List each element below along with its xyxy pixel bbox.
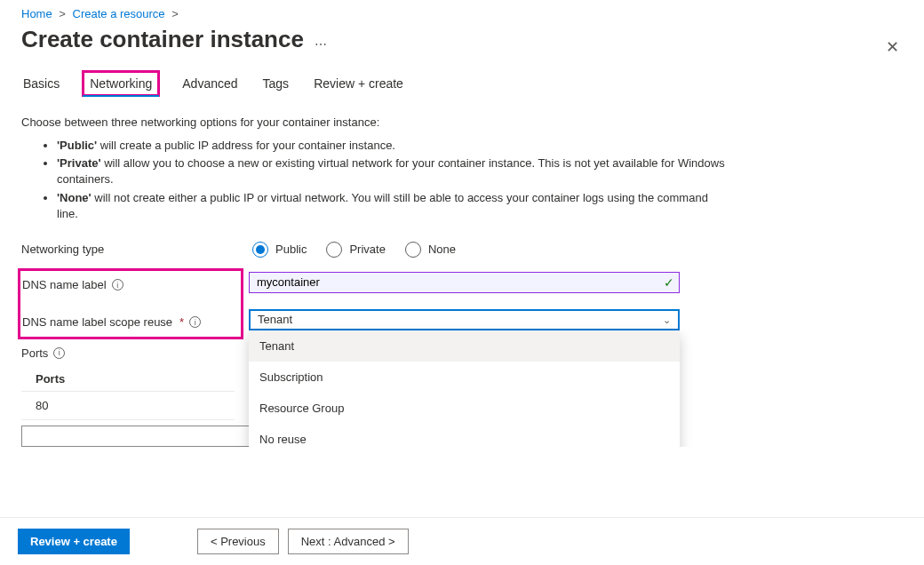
- tab-basics[interactable]: Basics: [21, 71, 61, 96]
- tab-advanced[interactable]: Advanced: [180, 71, 239, 96]
- more-actions-icon[interactable]: ⋯: [315, 37, 329, 52]
- breadcrumb: Home > Create a resource >: [21, 7, 906, 20]
- tab-networking[interactable]: Networking: [83, 71, 159, 96]
- radio-none-circle[interactable]: [405, 242, 421, 258]
- radio-public[interactable]: Public: [252, 242, 307, 258]
- info-icon[interactable]: i: [53, 347, 65, 359]
- breadcrumb-sep-1: >: [59, 7, 66, 20]
- dns-scope-dropdown: Tenant Subscription Resource Group No re…: [249, 330, 680, 447]
- page-title: Create container instance: [21, 26, 304, 53]
- breadcrumb-sep-2: >: [171, 7, 179, 20]
- label-dns-scope: DNS name label scope reuse: [22, 315, 172, 329]
- info-icon[interactable]: i: [189, 316, 201, 328]
- radio-none[interactable]: None: [405, 242, 456, 258]
- option-private: 'Private' will allow you to choose a new…: [57, 155, 732, 187]
- option-none: 'None' will not create either a public I…: [57, 190, 732, 222]
- ports-column-header: Ports: [21, 367, 235, 392]
- chevron-down-icon: ⌄: [663, 314, 671, 325]
- label-dns-name: DNS name label: [22, 278, 107, 291]
- dns-name-label-input[interactable]: [249, 272, 680, 293]
- dropdown-item-subscription[interactable]: Subscription: [249, 362, 680, 393]
- radio-private-circle[interactable]: [326, 242, 342, 258]
- tabs: Basics Networking Advanced Tags Review +…: [21, 71, 906, 96]
- label-ports: Ports: [21, 346, 48, 360]
- label-networking-type: Networking type: [21, 243, 104, 256]
- info-icon[interactable]: i: [112, 279, 123, 290]
- dropdown-item-no-reuse[interactable]: No reuse: [249, 424, 680, 447]
- dropdown-item-tenant[interactable]: Tenant: [249, 330, 680, 362]
- ports-row[interactable]: 80: [21, 392, 235, 420]
- networking-type-radio-group: Public Private None: [252, 242, 683, 258]
- intro-text: Choose between three networking options …: [21, 115, 906, 129]
- options-list: 'Public' will create a public IP address…: [21, 138, 906, 222]
- dropdown-item-resource-group[interactable]: Resource Group: [249, 393, 680, 424]
- breadcrumb-create-resource[interactable]: Create a resource: [73, 7, 165, 20]
- dns-scope-select[interactable]: Tenant ⌄: [249, 309, 680, 330]
- required-indicator: *: [179, 315, 184, 329]
- check-icon: ✓: [664, 275, 674, 290]
- option-public: 'Public' will create a public IP address…: [57, 138, 732, 154]
- radio-private[interactable]: Private: [326, 242, 385, 258]
- close-icon[interactable]: ✕: [882, 34, 903, 60]
- breadcrumb-home[interactable]: Home: [21, 7, 52, 20]
- tab-tags[interactable]: Tags: [261, 71, 291, 96]
- radio-public-circle[interactable]: [252, 242, 268, 258]
- tab-review-create[interactable]: Review + create: [312, 71, 405, 96]
